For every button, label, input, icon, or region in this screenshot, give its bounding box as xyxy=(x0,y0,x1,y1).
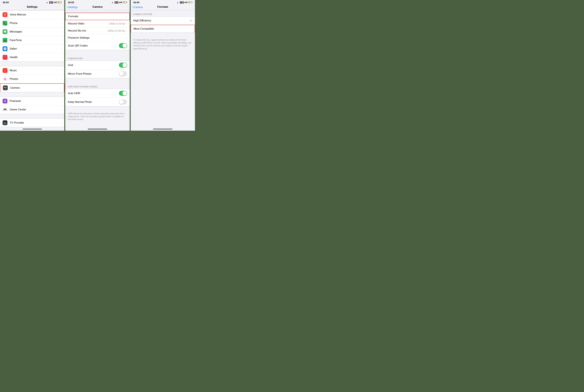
camera-item-formats[interactable]: Formats › xyxy=(65,13,130,20)
wifi-icon: wifi xyxy=(54,1,57,4)
podcasts-icon: 🎙 xyxy=(3,99,8,104)
record-slomo-label: Record Slo-mo xyxy=(68,29,107,32)
podcasts-label: Podcasts xyxy=(10,100,61,103)
settings-item-tv-provider[interactable]: 📺 TV Provider › xyxy=(0,118,64,127)
location-icon-2: ▲ xyxy=(112,2,113,4)
panel-settings: 16:53 ▲ ▐▐▐ wifi Settings 🎙 Voice Memos … xyxy=(0,0,64,131)
settings-item-music[interactable]: ♪ Music › xyxy=(0,66,64,75)
time-1: 16:53 xyxy=(3,1,9,4)
safari-label: Safari xyxy=(10,47,61,50)
composition-group: Grid Mirror Front Photos xyxy=(65,61,130,78)
home-indicator-1 xyxy=(0,128,64,131)
hdr-group: Auto HDR Keep Normal Photo xyxy=(65,89,130,106)
game-center-label: Game Center xyxy=(10,108,61,111)
camera-label: Camera xyxy=(10,86,61,90)
settings-group-1: 🎙 Voice Memos › 📞 Phone › 💬 Messages › 📹… xyxy=(0,10,64,62)
most-compatible-label: Most Compatible xyxy=(134,27,192,30)
chevron-icon: › xyxy=(61,39,62,42)
status-icons-2: ▲ ▐▐▐ wifi xyxy=(112,1,127,4)
nav-bar-3: ‹ Camera Formats xyxy=(131,4,195,10)
camera-group-main: Formats › Record Video 1080p at 30 fps ›… xyxy=(65,12,130,50)
composition-header: COMPOSITION xyxy=(65,54,130,61)
formats-description: To reduce file size, capture photos and … xyxy=(131,37,195,53)
settings-item-safari[interactable]: 🧭 Safari › xyxy=(0,44,64,53)
nav-bar-2: ‹ Settings Camera xyxy=(65,4,130,10)
chevron-icon: › xyxy=(61,30,62,33)
location-icon: ▲ xyxy=(46,2,48,4)
status-bar-3: 16:54 ▲ ▐▐▐ wifi xyxy=(131,0,195,4)
status-icons-3: ▲ ▐▐▐ wifi xyxy=(177,1,192,4)
messages-icon: 💬 xyxy=(3,29,8,34)
battery-icon xyxy=(58,2,62,3)
format-option-high-efficiency[interactable]: High Efficiency ✓ xyxy=(131,16,195,25)
scan-qr-toggle[interactable] xyxy=(119,43,127,48)
mirror-front-label: Mirror Front Photos xyxy=(68,72,119,76)
panel-formats: 16:54 ▲ ▐▐▐ wifi ‹ Camera Formats CAMERA… xyxy=(131,0,195,131)
camera-item-preserve[interactable]: Preserve Settings › xyxy=(65,34,130,41)
camera-item-grid[interactable]: Grid xyxy=(65,61,130,70)
back-chevron-3: ‹ xyxy=(132,6,133,9)
settings-item-phone[interactable]: 📞 Phone › xyxy=(0,19,64,28)
camera-item-keep-normal[interactable]: Keep Normal Photo xyxy=(65,98,130,106)
mirror-front-knob xyxy=(119,72,124,76)
formats-options-group: High Efficiency ✓ Most Compatible xyxy=(131,16,195,33)
chevron-icon: › xyxy=(61,78,62,80)
time-3: 16:54 xyxy=(133,1,139,4)
scan-qr-knob xyxy=(122,44,127,48)
tv-provider-label: TV Provider xyxy=(10,121,61,124)
home-bar-1 xyxy=(23,129,42,130)
status-bar-2: 16:53 ▲ ▐▐▐ wifi xyxy=(65,0,130,4)
settings-item-facetime[interactable]: 📹 FaceTime › xyxy=(0,36,64,44)
camera-item-mirror-front[interactable]: Mirror Front Photos xyxy=(65,70,130,78)
facetime-icon: 📹 xyxy=(3,38,8,43)
nav-bar-1: Settings xyxy=(0,4,64,10)
back-label-3: Camera xyxy=(134,6,143,9)
game-center-icon: 🎮 xyxy=(3,107,8,112)
auto-hdr-toggle[interactable] xyxy=(119,91,127,96)
settings-item-health[interactable]: ❤️ Health › xyxy=(0,53,64,62)
messages-label: Messages xyxy=(10,30,61,33)
home-bar-3 xyxy=(153,129,172,130)
mirror-front-toggle[interactable] xyxy=(119,71,127,76)
grid-knob xyxy=(122,63,127,67)
camera-item-record-slomo[interactable]: Record Slo-mo 1080p at 240 fps › xyxy=(65,27,130,34)
signal-icon: ▐▐▐ xyxy=(49,1,53,4)
settings-item-photos[interactable]: 🌸 Photos › xyxy=(0,75,64,83)
keep-normal-toggle[interactable] xyxy=(119,100,127,104)
format-option-most-compatible[interactable]: Most Compatible xyxy=(131,25,195,32)
chevron-icon: › xyxy=(61,47,62,50)
battery-icon-2 xyxy=(123,2,127,3)
photos-icon: 🌸 xyxy=(3,76,8,82)
grid-toggle[interactable] xyxy=(119,62,127,68)
battery-icon-3 xyxy=(188,2,192,3)
safari-icon: 🧭 xyxy=(3,46,8,51)
back-button-3[interactable]: ‹ Camera xyxy=(132,6,143,9)
signal-icon-3: ▐▐▐ xyxy=(179,1,183,4)
chevron-icon: › xyxy=(61,108,62,111)
camera-item-scan-qr[interactable]: Scan QR Codes xyxy=(65,41,130,50)
back-button-2[interactable]: ‹ Settings xyxy=(67,6,78,9)
high-efficiency-checkmark: ✓ xyxy=(190,19,192,22)
health-label: Health xyxy=(10,56,61,59)
settings-item-podcasts[interactable]: 🎙 Podcasts › xyxy=(0,97,64,106)
hdr-header: HDR (HIGH DYNAMIC RANGE) xyxy=(65,83,130,89)
settings-item-camera[interactable]: 📷 Camera › xyxy=(0,83,64,92)
music-label: Music xyxy=(10,69,61,72)
settings-group-4: 📺 TV Provider › xyxy=(0,118,64,127)
grid-label: Grid xyxy=(68,64,119,67)
settings-item-voice-memos[interactable]: 🎙 Voice Memos › xyxy=(0,10,64,19)
chevron-icon: › xyxy=(61,121,62,124)
page-title-settings: Settings xyxy=(3,5,62,8)
camera-item-auto-hdr[interactable]: Auto HDR xyxy=(65,89,130,98)
settings-list: 🎙 Voice Memos › 📞 Phone › 💬 Messages › 📹… xyxy=(0,10,64,128)
chevron-icon: › xyxy=(61,22,62,24)
settings-item-game-center[interactable]: 🎮 Game Center › xyxy=(0,106,64,114)
chevron-icon: › xyxy=(61,56,62,59)
formats-chevron: › xyxy=(126,15,127,18)
time-2: 16:53 xyxy=(68,1,74,4)
keep-normal-knob xyxy=(119,100,124,104)
record-slomo-value: 1080p at 240 fps xyxy=(107,29,125,32)
music-icon: ♪ xyxy=(3,68,8,73)
settings-item-messages[interactable]: 💬 Messages › xyxy=(0,28,64,36)
camera-item-record-video[interactable]: Record Video 1080p at 30 fps › xyxy=(65,20,130,27)
